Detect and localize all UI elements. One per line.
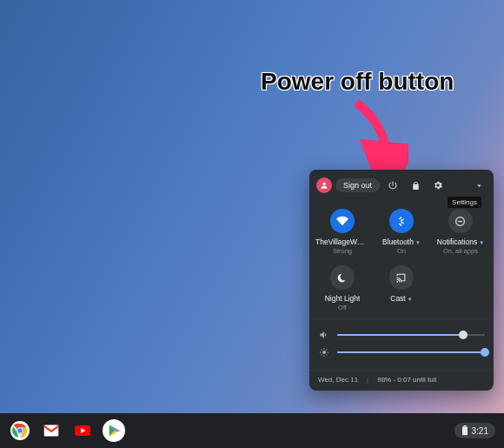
svg-line-8 xyxy=(327,355,328,356)
nightlight-icon xyxy=(330,265,355,290)
chevron-down-icon xyxy=(474,181,484,191)
tile-notifications[interactable]: Notifications▼ On, all apps xyxy=(431,205,490,262)
tile-wifi-sub: Strong xyxy=(333,247,352,255)
quick-tiles: TheVillageW…▼ Strong Bluetooth▼ On Notif… xyxy=(309,198,494,318)
tile-wifi[interactable]: TheVillageW…▼ Strong xyxy=(313,205,372,262)
svg-line-10 xyxy=(327,349,328,350)
bluetooth-icon xyxy=(389,209,414,233)
clock-text: 3:21 xyxy=(472,426,488,436)
cast-icon xyxy=(389,265,414,290)
app-youtube[interactable] xyxy=(71,419,94,442)
svg-rect-17 xyxy=(463,425,466,427)
separator: | xyxy=(367,376,368,384)
annotation-label: Power off button xyxy=(261,68,454,96)
brightness-slider[interactable] xyxy=(318,347,485,358)
settings-tooltip: Settings xyxy=(448,197,481,208)
tile-nightlight-label: Night Light xyxy=(325,294,361,303)
tile-notifications-sub: On, all apps xyxy=(443,247,478,255)
brightness-icon xyxy=(318,347,330,358)
date-text[interactable]: Wed, Dec 11 xyxy=(318,376,358,384)
tile-wifi-label: TheVillageW… xyxy=(315,237,365,246)
sliders xyxy=(309,318,494,370)
power-button[interactable] xyxy=(383,176,402,195)
battery-icon xyxy=(461,425,468,436)
tile-bluetooth[interactable]: Bluetooth▼ On xyxy=(372,205,431,262)
panel-header: Sign out xyxy=(309,170,494,198)
tile-bluetooth-sub: On xyxy=(397,247,406,255)
app-chrome[interactable] xyxy=(9,419,31,442)
lock-button[interactable] xyxy=(406,176,425,195)
svg-point-2 xyxy=(322,351,326,354)
dnd-icon xyxy=(448,209,473,233)
tile-cast-label: Cast xyxy=(390,294,405,303)
sign-out-button[interactable]: Sign out xyxy=(335,178,380,192)
tile-bluetooth-label: Bluetooth xyxy=(382,237,414,246)
tile-nightlight-sub: Off xyxy=(338,304,347,311)
volume-icon xyxy=(318,330,330,340)
shelf-apps xyxy=(9,419,125,442)
status-row: Wed, Dec 11 | 98% - 0:07 until full xyxy=(309,370,494,385)
svg-rect-16 xyxy=(462,427,468,436)
tile-nightlight[interactable]: Night Light Off xyxy=(313,262,372,318)
volume-slider[interactable] xyxy=(318,330,485,340)
app-gmail[interactable] xyxy=(40,419,63,442)
shelf: 3:21 xyxy=(0,413,504,448)
tile-notifications-label: Notifications xyxy=(437,237,477,246)
collapse-button[interactable] xyxy=(469,176,488,195)
tile-cast[interactable]: Cast▼ xyxy=(372,262,431,318)
svg-line-9 xyxy=(321,355,322,356)
app-play[interactable] xyxy=(103,419,125,442)
battery-text[interactable]: 98% - 0:07 until full xyxy=(377,376,436,384)
wifi-icon xyxy=(330,209,355,233)
user-avatar[interactable] xyxy=(316,177,332,193)
quick-settings-panel: Sign out Settings TheVillageW…▼ Strong B… xyxy=(309,170,494,391)
status-tray[interactable]: 3:21 xyxy=(454,423,495,438)
settings-button[interactable] xyxy=(428,176,448,195)
svg-line-7 xyxy=(321,349,322,350)
